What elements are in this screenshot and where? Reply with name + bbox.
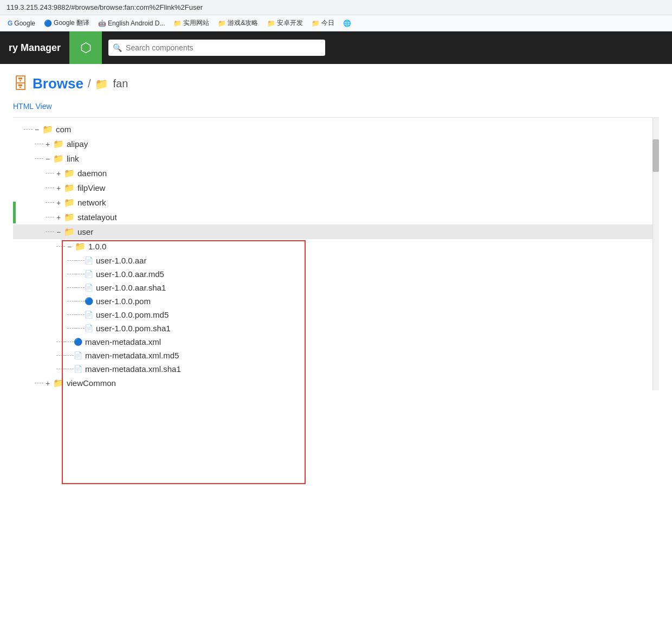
toggle-daemon[interactable]: +: [54, 169, 63, 178]
search-input[interactable]: [108, 40, 325, 56]
search-wrapper: 🔍: [108, 40, 325, 56]
scrollbar[interactable]: [652, 118, 659, 390]
bookmark-label: English Android D...: [108, 20, 165, 27]
bookmark-google[interactable]: G Google: [4, 18, 38, 28]
bookmark-android-dev[interactable]: 📁 安卓开发: [264, 17, 306, 29]
node-label-user-pom: user-1.0.0.pom: [96, 297, 151, 306]
address-bar: 119.3.215.243:9882/#browse/browse:fan:co…: [0, 0, 672, 15]
tree-line: [35, 144, 43, 144]
node-label-user-pom-sha1: user-1.0.0.pom.sha1: [96, 324, 171, 333]
tree-row-filpview[interactable]: + 📁 filpView: [13, 181, 659, 195]
bookmark-translate[interactable]: 🔵 Google 翻译: [41, 17, 93, 29]
breadcrumb-title: Browse: [33, 75, 83, 92]
bookmark-games[interactable]: 📁 游戏&攻略: [215, 17, 261, 29]
tree-line: [46, 173, 54, 173]
tree-line: [46, 217, 54, 217]
breadcrumb: 🗄 Browse / 📁 fan: [13, 75, 659, 93]
tree-row-statelayout[interactable]: + 📁 statelayout: [13, 210, 659, 224]
tree-line: [35, 158, 43, 159]
folder-icon-bm2: 📁: [218, 20, 226, 27]
folder-icon-100: 📁: [75, 241, 86, 252]
toggle-alipay[interactable]: +: [43, 140, 52, 149]
toggle-100[interactable]: −: [65, 242, 74, 251]
address-text: 119.3.215.243:9882/#browse/browse:fan:co…: [7, 3, 203, 11]
folder-icon-filpview: 📁: [64, 183, 75, 193]
breadcrumb-folder-icon: 📁: [95, 78, 108, 91]
database-icon: 🗄: [13, 75, 28, 93]
tree-line: [67, 301, 76, 301]
tree-line: [56, 246, 65, 247]
bookmark-label: 今日: [321, 18, 334, 28]
toggle-network[interactable]: +: [54, 198, 63, 207]
file-icon-pom-sha1: 📄: [85, 324, 93, 332]
toggle-filpview[interactable]: +: [54, 184, 63, 192]
tree-row-link[interactable]: − 📁 link: [13, 151, 659, 166]
tree-row-alipay[interactable]: + 📁 alipay: [13, 137, 659, 151]
toggle-link[interactable]: −: [43, 155, 52, 163]
tree-container: − 📁 com + 📁 alipay − 📁 link: [13, 117, 659, 390]
node-label-filpview: filpView: [77, 183, 105, 192]
bookmark-label: Google 翻译: [54, 18, 89, 28]
tree-line: [67, 287, 76, 288]
bookmark-label: 安卓开发: [277, 18, 303, 28]
tree-row-user-pom-sha1[interactable]: 📄 user-1.0.0.pom.sha1: [13, 322, 659, 335]
bookmarks-bar: G Google 🔵 Google 翻译 🤖 English Android D…: [0, 15, 672, 31]
node-label-100: 1.0.0: [88, 242, 106, 251]
tree-line2: [76, 328, 85, 329]
tree-line: [56, 369, 65, 369]
node-label-com: com: [56, 125, 71, 134]
tree-row-user[interactable]: − 📁 user: [13, 224, 659, 239]
scrollbar-thumb[interactable]: [652, 139, 659, 172]
android-icon: 🤖: [98, 20, 106, 27]
tree-row-maven-xml[interactable]: 🔵 maven-metadata.xml: [13, 335, 659, 349]
toggle-statelayout[interactable]: +: [54, 213, 63, 222]
file-icon-aar: 📄: [85, 256, 93, 265]
tree-row-user-aar[interactable]: 📄 user-1.0.0.aar: [13, 254, 659, 267]
toggle-com[interactable]: −: [33, 125, 41, 134]
tree-row-user-aar-sha1[interactable]: 📄 user-1.0.0.aar.sha1: [13, 281, 659, 294]
bookmark-label: Google: [14, 20, 35, 27]
tree-row-viewcommon[interactable]: + 📁 viewCommon: [13, 376, 659, 390]
tree-line2: [65, 342, 74, 342]
tree-line: [35, 383, 43, 383]
bookmark-more[interactable]: 🌐: [340, 18, 354, 28]
toggle-user[interactable]: −: [54, 228, 63, 236]
tree-line: [56, 342, 65, 342]
tree-line2: [65, 355, 74, 356]
tree-line: [46, 232, 54, 232]
tree-row-com[interactable]: − 📁 com: [13, 122, 659, 137]
file-icon-aar-md5: 📄: [85, 270, 93, 278]
toggle-viewcommon[interactable]: +: [43, 379, 52, 388]
html-view-link[interactable]: HTML View: [13, 102, 52, 111]
search-icon: 🔍: [113, 43, 122, 52]
tree-line2: [76, 274, 85, 274]
file-icon-aar-sha1: 📄: [85, 284, 93, 292]
tree-line: [46, 202, 54, 203]
tree-row-maven-xml-sha1[interactable]: 📄 maven-metadata.xml.sha1: [13, 362, 659, 376]
bookmark-useful[interactable]: 📁 实用网站: [170, 17, 212, 29]
folder-icon-com: 📁: [42, 124, 53, 134]
bookmark-android[interactable]: 🤖 English Android D...: [95, 18, 168, 28]
bookmark-today[interactable]: 📁 今日: [308, 17, 338, 29]
tree-row-network[interactable]: + 📁 network: [13, 195, 659, 210]
pom-icon-user-pom: 🔵: [85, 297, 93, 305]
app-title: ry Manager: [0, 42, 69, 54]
file-icon-maven-sha1: 📄: [74, 365, 82, 373]
node-label-network: network: [77, 198, 106, 207]
tree-line2: [65, 369, 74, 369]
tree-row-user-aar-md5[interactable]: 📄 user-1.0.0.aar.md5: [13, 267, 659, 281]
tree-line: [46, 188, 54, 188]
folder-icon-bm4: 📁: [312, 20, 320, 27]
breadcrumb-sub: fan: [113, 78, 128, 90]
tree-row-user-pom[interactable]: 🔵 user-1.0.0.pom: [13, 294, 659, 308]
tree-row-100[interactable]: − 📁 1.0.0: [13, 239, 659, 254]
package-button[interactable]: ⬡: [69, 31, 102, 64]
node-label-daemon: daemon: [77, 169, 107, 178]
bookmark-label: 游戏&攻略: [228, 18, 258, 28]
node-label-user-aar-sha1: user-1.0.0.aar.sha1: [96, 283, 166, 292]
google-icon: G: [8, 20, 12, 27]
tree-row-user-pom-md5[interactable]: 📄 user-1.0.0.pom.md5: [13, 308, 659, 322]
tree-row-maven-xml-md5[interactable]: 📄 maven-metadata.xml.md5: [13, 349, 659, 362]
tree-line: [67, 314, 76, 315]
tree-row-daemon[interactable]: + 📁 daemon: [13, 166, 659, 181]
